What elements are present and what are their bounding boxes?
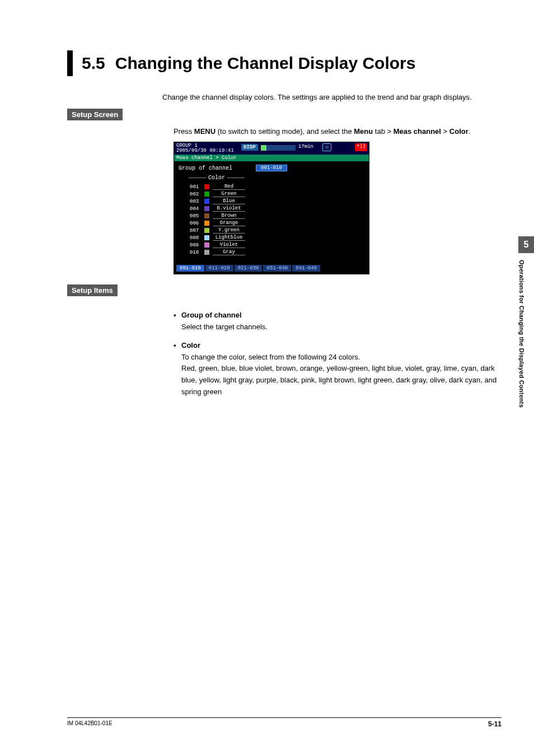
record-icon: •)) — [355, 143, 367, 151]
ss-channel-id: 001 — [190, 184, 204, 190]
section-heading: 5.5 Changing the Channel Display Colors — [67, 50, 502, 76]
ss-range-tab[interactable]: 001-010 — [176, 264, 204, 272]
ss-duration: 17min — [298, 144, 313, 150]
ss-channel-row: 003Blue — [190, 198, 364, 205]
ss-channel-row: 002Green — [190, 190, 364, 198]
ss-timestamp: 2005/09/30 09:19:41 — [176, 148, 234, 153]
chapter-side-tab: 5 Operations for Changing the Displayed … — [518, 236, 534, 408]
color-swatch — [204, 206, 209, 211]
ss-disp-badge: DISP — [241, 144, 258, 151]
setup-item-desc: Red, green, blue, blue violet, brown, or… — [181, 363, 502, 398]
ss-group-select[interactable]: 001-010 — [256, 165, 287, 171]
section-number: 5.5 — [78, 50, 115, 76]
setup-item-heading: •Group of channel — [174, 310, 502, 321]
ss-channel-id: 010 — [190, 250, 204, 255]
ss-color-name[interactable]: Blue — [213, 198, 245, 204]
ss-color-name[interactable]: Orange — [213, 220, 245, 226]
ss-range-tab[interactable]: 021-030 — [235, 264, 263, 272]
color-swatch — [204, 184, 209, 189]
section-title: Changing the Channel Display Colors — [115, 50, 416, 76]
ss-channel-row: 004B.violet — [190, 205, 364, 212]
heading-bar — [67, 50, 73, 76]
ss-channel-id: 006 — [190, 221, 204, 226]
ss-color-name[interactable]: Red — [213, 184, 245, 190]
ss-color-name[interactable]: Gray — [213, 249, 245, 255]
ss-range-tab[interactable]: 011-020 — [205, 264, 233, 272]
ss-color-name[interactable]: Green — [213, 191, 245, 197]
setup-items-label: Setup Items — [67, 284, 118, 296]
ss-channel-row: 007Y.green — [190, 227, 364, 234]
setup-items: •Group of channelSelect the target chann… — [174, 310, 502, 405]
ss-channel-row: 001Red — [190, 183, 364, 190]
ss-channel-row: 005Brown — [190, 212, 364, 220]
ss-channel-row: 010Gray — [190, 249, 364, 256]
ss-range-tab[interactable]: 031-040 — [263, 264, 291, 272]
ss-channel-id: 002 — [190, 192, 204, 197]
color-swatch — [204, 199, 209, 204]
color-swatch — [204, 228, 209, 233]
ss-color-name[interactable]: Brown — [213, 213, 245, 219]
ss-channel-id: 007 — [190, 228, 204, 234]
ss-progress — [261, 145, 296, 151]
status-icon: ◎ — [322, 143, 331, 151]
press-instruction: Press MENU (to switch to setting mode), … — [174, 126, 502, 137]
page-footer: IM 04L42B01-01E 5-11 — [67, 717, 502, 728]
footer-doc-id: IM 04L42B01-01E — [67, 720, 113, 728]
ss-channel-id: 008 — [190, 235, 204, 241]
device-screenshot: GROUP 1 2005/09/30 09:19:41 DISP 17min ◎… — [174, 142, 369, 274]
ss-color-name[interactable]: Y.green — [213, 227, 245, 234]
setup-item-desc: To change the color, select from the fol… — [181, 352, 502, 363]
ss-channel-id: 003 — [190, 199, 204, 204]
color-swatch — [204, 213, 209, 218]
chapter-number: 5 — [518, 236, 534, 253]
ss-breadcrumb: Meas channel > Color — [174, 155, 369, 161]
ss-header: GROUP 1 2005/09/30 09:19:41 DISP 17min ◎… — [174, 142, 369, 155]
ss-channel-id: 009 — [190, 242, 204, 248]
setup-item-desc: Select the target channels. — [181, 321, 502, 333]
intro-text: Change the channel display colors. The s… — [162, 92, 502, 103]
ss-channel-row: 008Lightblue — [190, 234, 364, 241]
ss-color-heading: Color — [189, 175, 245, 181]
footer-page-number: 5-11 — [488, 720, 502, 728]
color-swatch — [204, 242, 209, 248]
ss-color-name[interactable]: Violet — [213, 242, 245, 248]
ss-channel-row: 006Orange — [190, 220, 364, 227]
ss-color-name[interactable]: B.violet — [213, 206, 245, 212]
ss-color-name[interactable]: Lightblue — [213, 235, 245, 241]
ss-range-tabs: 001-010011-020021-030031-040041-048 — [174, 263, 369, 274]
setup-item-heading: •Color — [174, 340, 502, 352]
ss-channel-id: 005 — [190, 213, 204, 219]
ss-range-tab[interactable]: 041-048 — [292, 264, 320, 272]
color-swatch — [204, 192, 209, 197]
ss-channel-row: 009Violet — [190, 241, 364, 249]
ss-channel-id: 004 — [190, 206, 204, 212]
color-swatch — [204, 221, 209, 226]
setup-screen-label: Setup Screen — [67, 109, 123, 120]
ss-field-label: Group of channel — [179, 165, 232, 171]
chapter-title: Operations for Changing the Displayed Co… — [518, 253, 528, 408]
color-swatch — [204, 250, 209, 255]
ss-channel-list: 001Red002Green003Blue004B.violet005Brown… — [190, 183, 364, 256]
color-swatch — [204, 235, 209, 240]
